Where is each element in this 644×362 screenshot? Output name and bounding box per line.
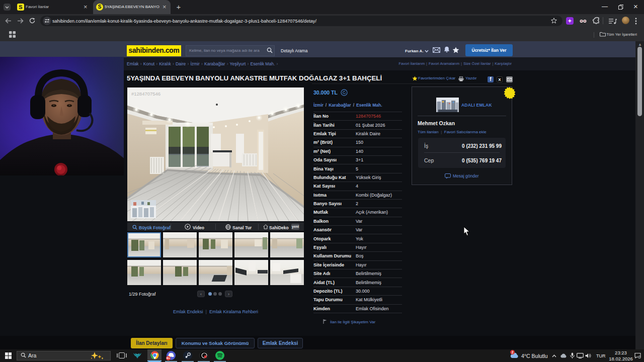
svg-text:#1284707546: #1284707546 <box>131 91 160 97</box>
